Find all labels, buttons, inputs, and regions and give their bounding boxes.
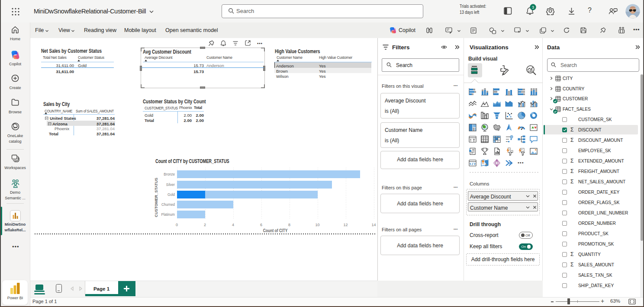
svg-text:3: 3 [532, 5, 534, 10]
